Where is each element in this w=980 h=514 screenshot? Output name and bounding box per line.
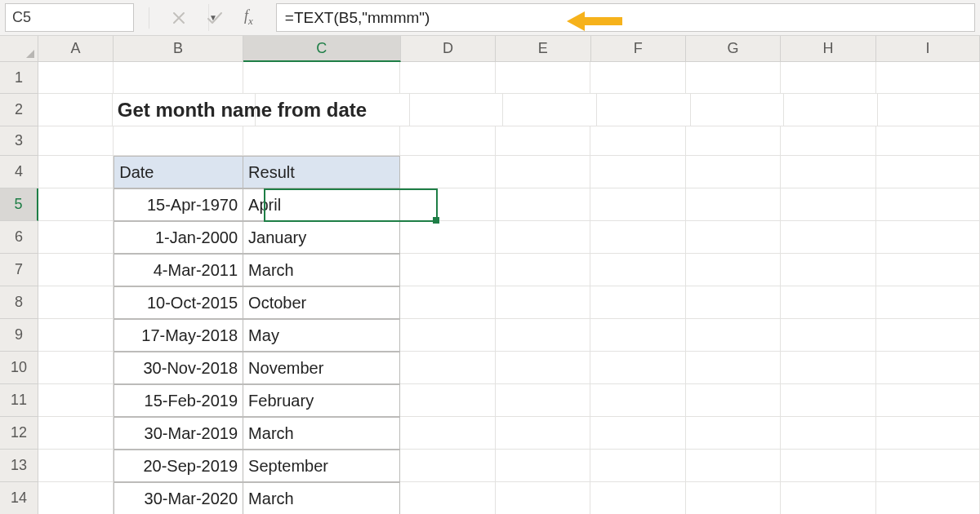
cell[interactable] — [496, 62, 591, 94]
cell[interactable] — [590, 221, 686, 254]
cell[interactable] — [38, 482, 114, 514]
cell[interactable] — [400, 254, 496, 286]
cell[interactable] — [590, 126, 686, 156]
cell[interactable] — [876, 156, 980, 188]
name-box[interactable]: ▼ — [5, 3, 134, 32]
cell[interactable] — [686, 417, 782, 450]
cell[interactable] — [38, 221, 114, 254]
cell[interactable] — [590, 286, 686, 319]
cell[interactable] — [38, 188, 114, 221]
col-header[interactable]: C — [243, 36, 401, 62]
cell[interactable] — [876, 352, 980, 384]
cell[interactable] — [590, 384, 686, 417]
cell[interactable] — [686, 384, 782, 417]
table-row[interactable]: 15-Feb-2019 — [114, 384, 243, 417]
cell[interactable] — [590, 319, 686, 352]
cell[interactable] — [590, 450, 686, 482]
cell[interactable] — [781, 450, 876, 482]
cell[interactable] — [686, 126, 782, 156]
cell[interactable] — [38, 384, 114, 417]
row-header[interactable]: 4 — [0, 156, 38, 188]
cell[interactable] — [781, 384, 876, 417]
cell[interactable] — [686, 156, 782, 188]
col-header[interactable]: H — [781, 36, 875, 62]
cell[interactable] — [38, 62, 114, 94]
cell[interactable] — [496, 126, 591, 156]
table-row[interactable]: 10-Oct-2015 — [114, 286, 243, 319]
table-row[interactable]: 4-Mar-2011 — [114, 254, 243, 286]
cell[interactable] — [878, 94, 980, 126]
enter-icon[interactable] — [207, 11, 223, 24]
cell[interactable] — [496, 482, 591, 514]
cell[interactable] — [686, 62, 782, 94]
fx-icon[interactable]: fx — [244, 7, 253, 28]
cell[interactable] — [781, 156, 876, 188]
cell[interactable] — [876, 188, 980, 221]
cell[interactable] — [400, 417, 496, 450]
cell[interactable] — [590, 254, 686, 286]
col-header[interactable]: I — [876, 36, 980, 62]
cell[interactable] — [590, 352, 686, 384]
cell[interactable] — [400, 221, 496, 254]
cell[interactable] — [496, 286, 591, 319]
table-row[interactable]: 30-Nov-2018 — [114, 352, 243, 384]
cell[interactable] — [876, 417, 980, 450]
cell[interactable] — [400, 384, 496, 417]
select-all-corner[interactable] — [0, 36, 38, 62]
cell[interactable] — [876, 450, 980, 482]
cell[interactable] — [686, 319, 782, 352]
cell[interactable] — [686, 450, 782, 482]
cell[interactable] — [876, 319, 980, 352]
cell[interactable] — [114, 126, 243, 156]
row-header[interactable]: 11 — [0, 384, 38, 417]
cell[interactable] — [410, 94, 504, 126]
cell[interactable] — [243, 62, 400, 94]
cell[interactable] — [496, 254, 591, 286]
row-header[interactable]: 6 — [0, 221, 38, 254]
cell[interactable] — [781, 417, 876, 450]
row-header[interactable]: 8 — [0, 286, 38, 319]
table-row[interactable]: January — [243, 221, 400, 254]
cell[interactable] — [496, 319, 591, 352]
cell[interactable] — [400, 126, 496, 156]
cell[interactable] — [590, 188, 686, 221]
cell[interactable] — [38, 254, 114, 286]
cell[interactable] — [38, 156, 114, 188]
cell[interactable] — [400, 286, 496, 319]
table-header-result[interactable]: Result — [243, 156, 400, 188]
row-header[interactable]: 7 — [0, 254, 38, 286]
cell[interactable] — [597, 94, 691, 126]
cell[interactable] — [496, 188, 591, 221]
table-row[interactable]: March — [243, 254, 400, 286]
table-header-date[interactable]: Date — [114, 156, 243, 188]
cell[interactable] — [400, 62, 496, 94]
cell[interactable] — [243, 126, 400, 156]
cell[interactable] — [38, 126, 114, 156]
cell[interactable] — [781, 188, 876, 221]
table-row[interactable]: September — [243, 450, 400, 482]
col-header[interactable]: B — [114, 36, 243, 62]
cell[interactable] — [781, 352, 876, 384]
row-header[interactable]: 1 — [0, 62, 38, 94]
cell[interactable] — [781, 319, 876, 352]
cell[interactable] — [400, 156, 496, 188]
table-row[interactable]: 17-May-2018 — [114, 319, 243, 352]
row-header[interactable]: 2 — [0, 94, 38, 126]
cell[interactable] — [876, 62, 980, 94]
cell[interactable] — [686, 286, 782, 319]
table-row[interactable]: 30-Mar-2020 — [114, 482, 243, 514]
cell[interactable] — [38, 94, 113, 126]
cell[interactable] — [876, 254, 980, 286]
cell[interactable] — [590, 482, 686, 514]
col-header[interactable]: F — [591, 36, 686, 62]
cell[interactable] — [876, 384, 980, 417]
cell[interactable] — [38, 352, 114, 384]
table-row[interactable]: 20-Sep-2019 — [114, 450, 243, 482]
cell[interactable] — [503, 94, 597, 126]
cell[interactable] — [38, 417, 114, 450]
cell[interactable] — [686, 482, 782, 514]
col-header[interactable]: E — [496, 36, 590, 62]
table-row[interactable]: 30-Mar-2019 — [114, 417, 243, 450]
row-header[interactable]: 10 — [0, 352, 38, 384]
cell[interactable]: Get month name from date — [113, 94, 256, 126]
